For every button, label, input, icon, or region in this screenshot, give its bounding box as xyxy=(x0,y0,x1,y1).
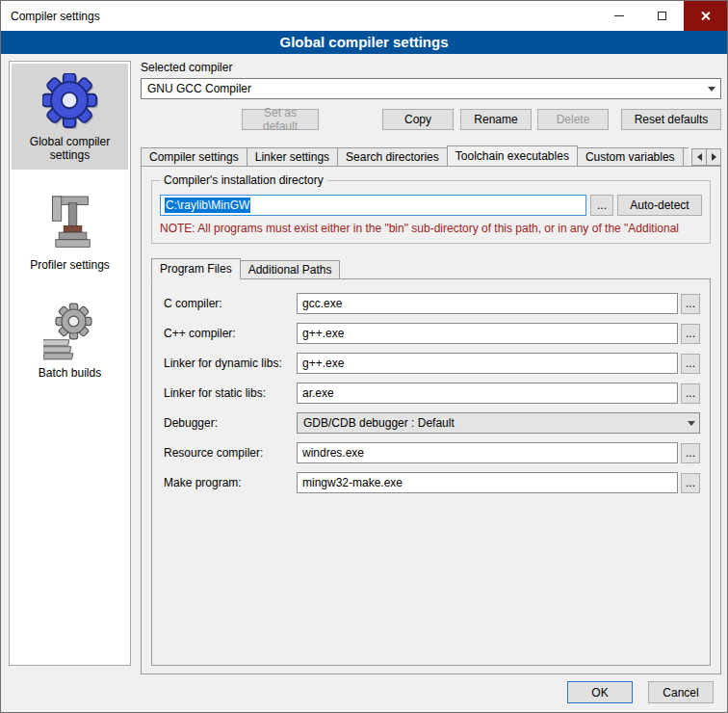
installation-directory-label: Compiler's installation directory xyxy=(160,173,327,187)
debugger-label: Debugger: xyxy=(164,416,297,430)
programs-subtabs: Program Files Additional Paths xyxy=(151,257,711,278)
cancel-button[interactable]: Cancel xyxy=(648,681,714,703)
c-compiler-input[interactable] xyxy=(297,293,678,314)
resource-compiler-browse-button[interactable]: ... xyxy=(681,443,700,463)
chevron-down-icon xyxy=(703,80,719,97)
sidebar-item-label: Global compiler settings xyxy=(14,135,125,162)
window-title: Compiler settings xyxy=(1,10,597,23)
cpp-compiler-input[interactable] xyxy=(297,323,678,344)
form-row-make-program: Make program: ... xyxy=(164,472,700,493)
chevron-left-icon xyxy=(697,153,702,161)
settings-sidebar: Global compiler settings Profiler settin… xyxy=(9,61,131,666)
batch-builds-icon xyxy=(14,299,125,366)
tabs-scroller: Compiler settings Linker settings Search… xyxy=(141,145,689,166)
rename-button[interactable]: Rename xyxy=(460,109,532,130)
compiler-actions: Set as default Copy Rename Delete Reset … xyxy=(141,109,721,130)
form-row-c-compiler: C compiler: ... xyxy=(164,293,700,314)
install-dir-browse-button[interactable]: ... xyxy=(590,195,613,216)
delete-button[interactable]: Delete xyxy=(537,109,609,130)
sidebar-item-batch-builds[interactable]: Batch builds xyxy=(12,293,128,387)
make-program-browse-button[interactable]: ... xyxy=(681,473,700,493)
sidebar-item-profiler-settings[interactable]: Profiler settings xyxy=(12,183,128,279)
cpp-compiler-browse-button[interactable]: ... xyxy=(681,324,700,344)
tab-compiler-settings[interactable]: Compiler settings xyxy=(141,147,247,166)
maximize-button[interactable] xyxy=(640,1,684,31)
dialog-body: Global compiler settings Profiler settin… xyxy=(1,54,727,712)
form-row-linker-static: Linker for static libs: ... xyxy=(164,383,700,404)
form-row-linker-dynamic: Linker for dynamic libs: ... xyxy=(164,353,700,374)
program-files-panel: C compiler: ... C++ compiler: ... Linker… xyxy=(151,278,711,666)
linker-dynamic-label: Linker for dynamic libs: xyxy=(164,356,297,370)
chevron-right-icon xyxy=(712,153,716,161)
minimize-button[interactable] xyxy=(597,1,640,31)
form-row-resource-compiler: Resource compiler: ... xyxy=(164,442,700,463)
c-compiler-label: C compiler: xyxy=(164,297,297,310)
close-button[interactable] xyxy=(684,1,727,31)
tab-custom-variables[interactable]: Custom variables xyxy=(577,147,684,166)
c-compiler-browse-button[interactable]: ... xyxy=(681,294,700,314)
tab-scroll-arrows xyxy=(692,148,721,166)
tab-search-directories[interactable]: Search directories xyxy=(337,147,448,166)
make-program-label: Make program: xyxy=(164,476,297,489)
set-as-default-button[interactable]: Set as default xyxy=(242,109,319,130)
settings-tabstrip: Compiler settings Linker settings Search… xyxy=(141,145,721,166)
ok-button[interactable]: OK xyxy=(567,681,633,703)
bin-subdirectory-note: NOTE: All programs must exist either in … xyxy=(160,222,702,235)
sidebar-item-global-compiler-settings[interactable]: Global compiler settings xyxy=(12,64,128,170)
linker-static-label: Linker for static libs: xyxy=(164,386,297,400)
selected-compiler-label: Selected compiler xyxy=(141,61,721,74)
chevron-down-icon xyxy=(688,413,695,433)
sidebar-item-label: Batch builds xyxy=(14,366,125,380)
install-dir-input[interactable]: C:\raylib\MinGW xyxy=(160,195,586,216)
resource-compiler-label: Resource compiler: xyxy=(164,446,297,460)
linker-dynamic-browse-button[interactable]: ... xyxy=(681,354,700,374)
subtab-program-files[interactable]: Program Files xyxy=(151,258,241,279)
cpp-compiler-label: C++ compiler: xyxy=(164,327,297,340)
linker-static-browse-button[interactable]: ... xyxy=(681,383,700,404)
profiler-icon xyxy=(14,189,125,258)
install-dir-selected-text: C:\raylib\MinGW xyxy=(165,198,250,213)
gear-icon xyxy=(14,69,125,135)
toolchain-executables-panel: Compiler's installation directory C:\ray… xyxy=(141,166,721,674)
title-bar[interactable]: Compiler settings xyxy=(1,1,727,31)
page-title: Global compiler settings xyxy=(1,31,727,54)
copy-button[interactable]: Copy xyxy=(382,109,454,130)
installation-directory-group: Compiler's installation directory C:\ray… xyxy=(151,180,711,244)
debugger-select-value: GDB/CDB debugger : Default xyxy=(303,416,455,430)
compiler-select[interactable]: GNU GCC Compiler xyxy=(141,78,721,99)
subtab-additional-paths[interactable]: Additional Paths xyxy=(240,260,341,278)
form-row-debugger: Debugger: GDB/CDB debugger : Default xyxy=(164,412,700,434)
tab-scroll-right-button[interactable] xyxy=(706,148,721,166)
auto-detect-button[interactable]: Auto-detect xyxy=(617,195,702,216)
reset-defaults-button[interactable]: Reset defaults xyxy=(621,109,721,130)
debugger-select[interactable]: GDB/CDB debugger : Default xyxy=(297,412,700,434)
programs-notebook: Program Files Additional Paths C compile… xyxy=(151,257,711,666)
minimize-icon xyxy=(614,15,624,16)
close-icon xyxy=(700,11,711,21)
compiler-select-value: GNU GCC Compiler xyxy=(147,82,251,95)
tab-build-options[interactable]: Build options xyxy=(683,147,689,166)
tab-scroll-left-button[interactable] xyxy=(691,148,707,166)
make-program-input[interactable] xyxy=(297,472,678,493)
tab-toolchain-executables[interactable]: Toolchain executables xyxy=(447,145,578,166)
linker-static-input[interactable] xyxy=(297,383,678,404)
resource-compiler-input[interactable] xyxy=(297,442,678,463)
maximize-icon xyxy=(658,12,666,20)
tab-linker-settings[interactable]: Linker settings xyxy=(247,147,338,166)
compiler-settings-window: Compiler settings Global compiler settin… xyxy=(0,0,728,713)
dialog-footer: OK Cancel xyxy=(567,681,714,703)
linker-dynamic-input[interactable] xyxy=(297,353,678,374)
main-panel: Selected compiler GNU GCC Compiler Set a… xyxy=(141,61,721,674)
sidebar-item-label: Profiler settings xyxy=(14,258,125,272)
form-row-cpp-compiler: C++ compiler: ... xyxy=(164,323,700,344)
